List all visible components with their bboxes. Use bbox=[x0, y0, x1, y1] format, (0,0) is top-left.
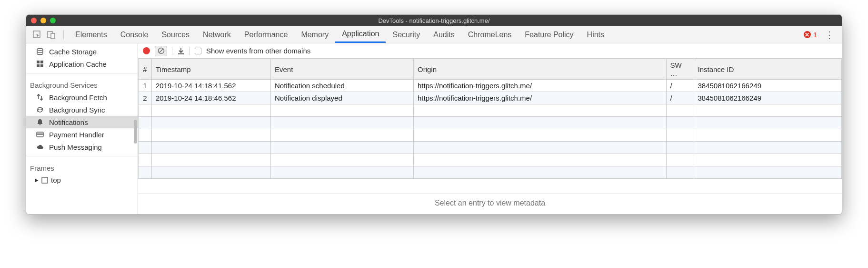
swap-icon bbox=[36, 93, 44, 102]
download-button[interactable] bbox=[177, 47, 185, 55]
tab-feature-policy[interactable]: Feature Policy bbox=[518, 26, 580, 43]
svg-point-8 bbox=[40, 124, 41, 125]
frames-item-label: top bbox=[51, 176, 61, 184]
cloud-icon bbox=[36, 143, 44, 151]
show-other-domains-label: Show events from other domains bbox=[206, 47, 310, 55]
sidebar-item-label: Background Fetch bbox=[49, 93, 107, 102]
sidebar-item-background-fetch[interactable]: Background Fetch bbox=[26, 91, 138, 103]
error-count-value: 1 bbox=[813, 31, 817, 39]
sidebar-item-application-cache[interactable]: Application Cache bbox=[26, 58, 138, 70]
scrollbar-thumb[interactable] bbox=[134, 120, 137, 144]
tab-security[interactable]: Security bbox=[386, 26, 427, 43]
card-icon bbox=[36, 130, 44, 139]
sync-icon bbox=[36, 105, 44, 114]
error-icon: ✕ bbox=[804, 31, 811, 38]
sidebar-item-push-messaging[interactable]: Push Messaging bbox=[26, 141, 138, 153]
separator bbox=[172, 47, 172, 55]
table-row-empty bbox=[139, 117, 842, 129]
cell-ev: Notification scheduled bbox=[271, 80, 414, 92]
record-button[interactable] bbox=[143, 47, 150, 54]
sidebar-group-frames: Frames bbox=[26, 159, 138, 174]
clear-button[interactable] bbox=[155, 46, 167, 56]
column-header[interactable]: # bbox=[139, 59, 152, 80]
device-toolbar-icon[interactable] bbox=[46, 30, 57, 40]
cell-origin: https://notification-triggers.glitch.me/ bbox=[414, 80, 667, 92]
cell-origin: https://notification-triggers.glitch.me/ bbox=[414, 92, 667, 104]
sidebar-item-label: Application Cache bbox=[49, 60, 107, 68]
tab-elements[interactable]: Elements bbox=[69, 26, 114, 43]
sidebar-item-payment-handler[interactable]: Payment Handler bbox=[26, 128, 138, 141]
events-toolbar: Show events from other domains bbox=[138, 43, 842, 59]
cell-sw: / bbox=[666, 80, 694, 92]
tab-sources[interactable]: Sources bbox=[155, 26, 196, 43]
window-titlebar: DevTools - notification-triggers.glitch.… bbox=[26, 15, 842, 26]
column-header[interactable]: Origin bbox=[414, 59, 667, 80]
detail-placeholder: Select an entry to view metadata bbox=[138, 194, 842, 214]
grid-icon bbox=[36, 60, 44, 68]
table-row-empty bbox=[139, 129, 842, 142]
bell-icon bbox=[36, 118, 44, 126]
maximize-window-button[interactable] bbox=[50, 18, 56, 23]
svg-point-3 bbox=[37, 48, 43, 50]
tab-console[interactable]: Console bbox=[114, 26, 155, 43]
sidebar-item-label: Cache Storage bbox=[49, 48, 97, 56]
svg-rect-2 bbox=[51, 33, 55, 39]
tab-performance[interactable]: Performance bbox=[238, 26, 295, 43]
table-row-empty bbox=[139, 154, 842, 166]
cell-ts: 2019-10-24 14:18:46.562 bbox=[152, 92, 271, 104]
svg-rect-4 bbox=[37, 61, 40, 63]
cell-iid: 3845081062166249 bbox=[694, 80, 842, 92]
tab-chromelens[interactable]: ChromeLens bbox=[461, 26, 519, 43]
sidebar-divider bbox=[26, 73, 138, 73]
cell-ev: Notification displayed bbox=[271, 92, 414, 104]
svg-rect-7 bbox=[40, 64, 43, 67]
svg-rect-10 bbox=[37, 134, 43, 135]
table-row-empty bbox=[139, 142, 842, 154]
events-table: #TimestampEventOriginSW …Instance ID 120… bbox=[138, 59, 842, 194]
inspect-element-icon[interactable] bbox=[32, 30, 42, 40]
sidebar-divider bbox=[26, 156, 138, 156]
cell-n: 1 bbox=[139, 80, 152, 92]
sidebar-item-cache-storage[interactable]: Cache Storage bbox=[26, 45, 138, 58]
show-other-domains-checkbox[interactable] bbox=[195, 48, 201, 54]
column-header[interactable]: Instance ID bbox=[694, 59, 842, 80]
devtools-tabbar: ElementsConsoleSourcesNetworkPerformance… bbox=[26, 26, 842, 43]
svg-rect-5 bbox=[40, 61, 43, 63]
table-row[interactable]: 12019-10-24 14:18:41.562Notification sch… bbox=[139, 80, 842, 92]
tab-hints[interactable]: Hints bbox=[580, 26, 611, 43]
sidebar-item-label: Background Sync bbox=[49, 106, 105, 114]
sidebar-item-label: Notifications bbox=[49, 118, 88, 126]
sidebar-item-notifications[interactable]: Notifications bbox=[26, 116, 138, 128]
error-count[interactable]: ✕ 1 bbox=[804, 31, 817, 39]
cell-n: 2 bbox=[139, 92, 152, 104]
cell-sw: / bbox=[666, 92, 694, 104]
column-header[interactable]: SW … bbox=[666, 59, 694, 80]
minimize-window-button[interactable] bbox=[40, 18, 46, 23]
application-sidebar: Cache StorageApplication Cache Backgroun… bbox=[26, 43, 138, 214]
download-icon bbox=[177, 47, 185, 55]
tab-network[interactable]: Network bbox=[196, 26, 238, 43]
sidebar-item-label: Payment Handler bbox=[49, 131, 104, 139]
sidebar-item-background-sync[interactable]: Background Sync bbox=[26, 103, 138, 116]
window-title: DevTools - notification-triggers.glitch.… bbox=[26, 17, 842, 24]
no-sign-icon bbox=[158, 47, 165, 54]
table-row[interactable]: 22019-10-24 14:18:46.562Notification dis… bbox=[139, 92, 842, 104]
tab-audits[interactable]: Audits bbox=[427, 26, 461, 43]
separator bbox=[190, 47, 190, 55]
tab-memory[interactable]: Memory bbox=[294, 26, 335, 43]
close-window-button[interactable] bbox=[31, 18, 37, 23]
more-menu-icon[interactable]: ⋮ bbox=[821, 29, 838, 41]
sidebar-group-background-services: Background Services bbox=[26, 76, 138, 91]
column-header[interactable]: Event bbox=[271, 59, 414, 80]
cell-ts: 2019-10-24 14:18:41.562 bbox=[152, 80, 271, 92]
disclosure-triangle-icon: ▶ bbox=[35, 177, 39, 183]
svg-rect-6 bbox=[37, 64, 40, 67]
svg-line-13 bbox=[159, 49, 163, 52]
frame-icon bbox=[41, 177, 48, 184]
column-header[interactable]: Timestamp bbox=[152, 59, 271, 80]
svg-rect-11 bbox=[42, 177, 48, 183]
tab-application[interactable]: Application bbox=[335, 26, 386, 43]
sidebar-item-label: Push Messaging bbox=[49, 143, 102, 151]
table-row-empty bbox=[139, 104, 842, 117]
frames-item-top[interactable]: ▶ top bbox=[26, 174, 138, 186]
